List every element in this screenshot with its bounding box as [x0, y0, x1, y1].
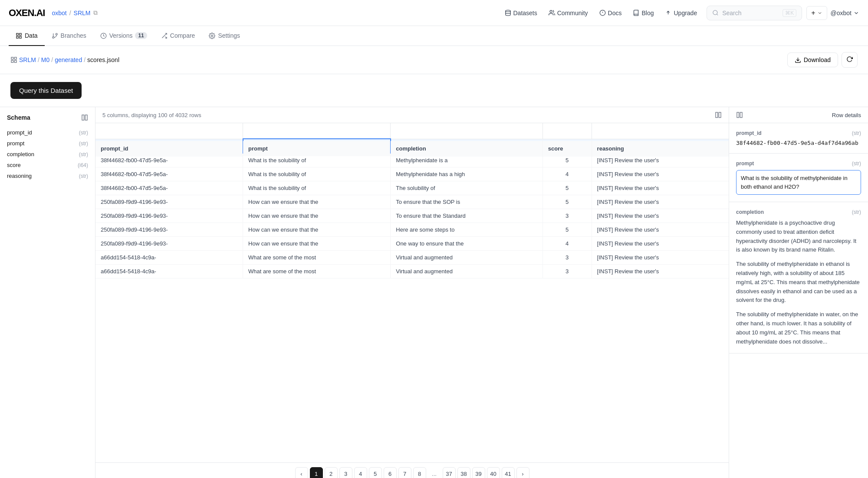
field-name-completion: completion [7, 151, 34, 157]
details-panel: Row details prompt_id (str) 38f44682-fb0… [729, 107, 868, 478]
cell-completion: One way to ensure that the [391, 237, 542, 251]
logo[interactable]: OXEN.AI [9, 7, 45, 19]
field-name-prompt_id: prompt_id [7, 129, 32, 136]
page-37-button[interactable]: 37 [443, 467, 456, 478]
filepath-srlm[interactable]: SRLM [19, 56, 36, 63]
search-bar[interactable]: Search ⌘K [707, 6, 802, 20]
tab-branches-label: Branches [61, 32, 86, 39]
panel-collapse-icon[interactable] [81, 114, 88, 121]
svg-point-1 [550, 10, 552, 13]
col-score[interactable]: score [542, 141, 592, 157]
cell-score: 3 [542, 265, 592, 278]
download-button[interactable]: Download [787, 52, 838, 67]
cell-reasoning: [INST] Review the user's [592, 181, 729, 195]
tab-versions[interactable]: Versions 11 [93, 26, 154, 46]
data-section: 5 columns, displaying 100 of 4032 rows p… [95, 107, 729, 478]
field-type-score: (i64) [78, 162, 88, 168]
field-type-reasoning: (str) [79, 173, 88, 179]
page-3-button[interactable]: 3 [339, 467, 352, 478]
page-6-button[interactable]: 6 [384, 467, 397, 478]
cell-prompt: How can we ensure that the [243, 237, 391, 251]
svg-point-18 [211, 35, 213, 36]
page-41-button[interactable]: 41 [502, 467, 515, 478]
page-38-button[interactable]: 38 [457, 467, 470, 478]
cell-prompt: How can we ensure that the [243, 223, 391, 237]
tab-settings[interactable]: Settings [202, 26, 247, 46]
page-40-button[interactable]: 40 [487, 467, 500, 478]
filepath-m0[interactable]: M0 [41, 56, 49, 63]
col-completion[interactable]: completion [391, 141, 542, 157]
tab-compare-label: Compare [170, 32, 195, 39]
table-row[interactable]: 250fa089-f9d9-4196-9e93- How can we ensu… [95, 209, 729, 223]
details-completion-label: completion (str) [736, 209, 861, 215]
svg-point-14 [52, 36, 54, 38]
cell-prompt: How can we ensure that the [243, 195, 391, 209]
tab-branches[interactable]: Branches [45, 26, 93, 46]
next-page-button[interactable]: › [516, 467, 529, 478]
cell-reasoning: [INST] Review the user's [592, 265, 729, 278]
col-reasoning[interactable]: reasoning [592, 141, 729, 157]
user-menu[interactable]: @oxbot [831, 10, 859, 16]
table-panel-icon[interactable] [715, 111, 722, 118]
branches-icon [52, 33, 58, 39]
col-prompt_id[interactable]: prompt_id [95, 141, 243, 157]
tab-data-label: Data [25, 32, 38, 39]
details-completion-section: completion (str) Methylphenidate is a ps… [729, 202, 868, 354]
page-5-button[interactable]: 5 [369, 467, 382, 478]
nav-link-blog[interactable]: Blog [628, 7, 659, 20]
filepath-generated[interactable]: generated [55, 56, 82, 63]
table-row[interactable]: a66dd154-5418-4c9a- What are some of the… [95, 251, 729, 265]
svg-point-13 [56, 33, 57, 35]
breadcrumb-user[interactable]: oxbot [52, 10, 66, 16]
table-row[interactable]: 38f44682-fb00-47d5-9e5a- What is the sol… [95, 167, 729, 181]
details-completion-p1: Methylphenidate is a psychoactive drug c… [736, 219, 861, 255]
nav-link-upgrade[interactable]: Upgrade [660, 7, 702, 20]
page-1-button[interactable]: 1 [310, 467, 323, 478]
tab-compare[interactable]: Compare [154, 26, 202, 46]
cell-score: 4 [542, 167, 592, 181]
page-7-button[interactable]: 7 [398, 467, 411, 478]
new-button[interactable]: + [806, 6, 827, 20]
data-icon [16, 33, 22, 39]
breadcrumb-repo[interactable]: SRLM [74, 10, 91, 16]
table-row[interactable]: 250fa089-f9d9-4196-9e93- How can we ensu… [95, 223, 729, 237]
cell-prompt_id: 38f44682-fb00-47d5-9e5a- [95, 181, 243, 195]
cell-reasoning: [INST] Review the user's [592, 223, 729, 237]
schema-header: Schema [7, 114, 88, 121]
schema-field-prompt_id: prompt_id (str) [7, 127, 88, 138]
upgrade-icon [665, 10, 671, 16]
file-actions: Download [787, 52, 858, 68]
tab-data[interactable]: Data [9, 26, 45, 46]
col-prompt[interactable]: prompt [243, 141, 391, 157]
page-4-button[interactable]: 4 [354, 467, 367, 478]
cell-prompt_id: 38f44682-fb00-47d5-9e5a- [95, 167, 243, 181]
page-2-button[interactable]: 2 [325, 467, 338, 478]
details-prompt-value[interactable]: What is the solubility of methylphenidat… [736, 170, 861, 195]
table-row[interactable]: 250fa089-f9d9-4196-9e93- How can we ensu… [95, 237, 729, 251]
refresh-button[interactable] [842, 52, 858, 68]
copy-icon[interactable]: ⧉ [93, 9, 98, 16]
query-button[interactable]: Query this Dataset [10, 82, 82, 99]
page-8-button[interactable]: 8 [413, 467, 426, 478]
page-39-button[interactable]: 39 [472, 467, 485, 478]
svg-rect-19 [11, 57, 13, 59]
details-panel-icon[interactable] [736, 111, 743, 118]
nav-link-community[interactable]: Community [543, 7, 593, 20]
table-row[interactable]: 250fa089-f9d9-4196-9e93- How can we ensu… [95, 195, 729, 209]
cell-completion: Virtual and augmented [391, 251, 542, 265]
tab-versions-label: Versions [109, 32, 133, 39]
nav-link-docs[interactable]: Docs [594, 7, 627, 20]
table-row[interactable]: a66dd154-5418-4c9a- What are some of the… [95, 265, 729, 278]
nav-link-datasets[interactable]: Datasets [500, 7, 542, 20]
filepath-sep3: / [84, 56, 85, 63]
prev-page-button[interactable]: ‹ [295, 467, 308, 478]
table-row[interactable]: 38f44682-fb00-47d5-9e5a- What is the sol… [95, 181, 729, 195]
cell-completion: Virtual and augmented [391, 265, 542, 278]
cell-prompt_id: 250fa089-f9d9-4196-9e93- [95, 195, 243, 209]
breadcrumb: oxbot / SRLM ⧉ [52, 9, 97, 16]
cell-prompt: What are some of the most [243, 265, 391, 278]
download-icon [795, 57, 801, 63]
field-name-score: score [7, 162, 21, 168]
cell-prompt_id: 250fa089-f9d9-4196-9e93- [95, 209, 243, 223]
file-path-bar: SRLM / M0 / generated / scores.jsonl Dow… [0, 46, 868, 74]
